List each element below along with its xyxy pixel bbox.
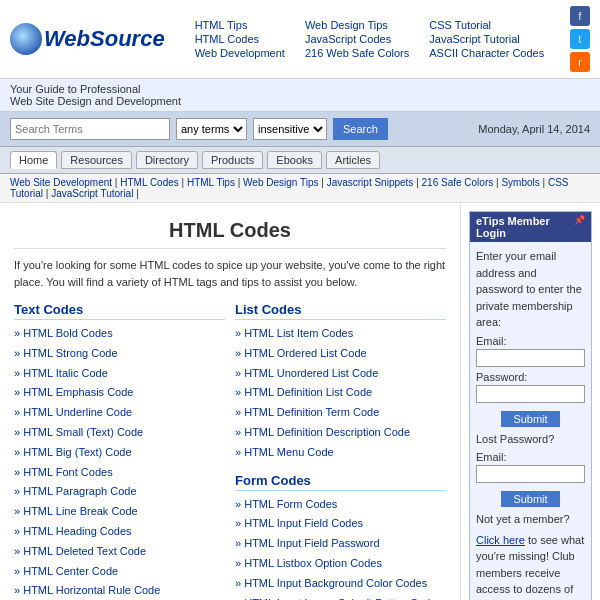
html-form-link[interactable]: HTML Form Codes xyxy=(244,498,337,510)
nav-216-colors[interactable]: 216 Web Safe Colors xyxy=(305,47,409,59)
search-bar: any terms insensitive Search Monday, Apr… xyxy=(0,112,600,147)
list-item: HTML Unordered List Code xyxy=(235,364,446,384)
html-listitem-link[interactable]: HTML List Item Codes xyxy=(244,327,353,339)
html-paragraph-link[interactable]: HTML Paragraph Code xyxy=(23,485,136,497)
nav-web-dev[interactable]: Web Development xyxy=(195,47,285,59)
html-defterm-link[interactable]: HTML Definition Term Code xyxy=(244,406,379,418)
html-emphasis-link[interactable]: HTML Emphasis Code xyxy=(23,386,133,398)
login-widget-title: eTips Member Login xyxy=(476,215,574,239)
html-defdesc-link[interactable]: HTML Definition Description Code xyxy=(244,426,410,438)
pin-icon: 📌 xyxy=(574,215,585,239)
list-item: HTML Definition List Code xyxy=(235,383,446,403)
form-codes-heading: Form Codes xyxy=(235,473,446,491)
tab-articles[interactable]: Articles xyxy=(326,151,380,169)
email-input[interactable] xyxy=(476,349,585,367)
nav-html-codes[interactable]: HTML Codes xyxy=(195,33,285,45)
code-sections-grid: Text Codes HTML Bold Codes HTML Strong C… xyxy=(14,302,446,600)
click-here-text: Click here to see what you're missing! C… xyxy=(476,532,585,601)
html-strong-link[interactable]: HTML Strong Code xyxy=(23,347,117,359)
social-icons-area: f t r xyxy=(570,6,590,72)
html-deleted-link[interactable]: HTML Deleted Text Code xyxy=(23,545,146,557)
list-item: HTML Heading Codes xyxy=(14,522,225,542)
list-item: HTML Font Codes xyxy=(14,463,225,483)
list-codes-section: List Codes HTML List Item Codes HTML Ord… xyxy=(235,302,446,600)
list-item: HTML Horizontal Rule Code xyxy=(14,581,225,600)
content-area: HTML Codes If you're looking for some HT… xyxy=(0,203,460,600)
lost-submit-button[interactable]: Submit xyxy=(501,491,559,507)
html-big-link[interactable]: HTML Big (Text) Code xyxy=(23,446,131,458)
any-terms-select[interactable]: any terms xyxy=(176,118,247,140)
bc-html-tips[interactable]: HTML Tips xyxy=(187,177,235,188)
bc-html-codes[interactable]: HTML Codes xyxy=(120,177,179,188)
rss-icon[interactable]: r xyxy=(570,52,590,72)
html-menu-link[interactable]: HTML Menu Code xyxy=(244,446,333,458)
nav-js-tutorial[interactable]: JavaScript Tutorial xyxy=(429,33,544,45)
bc-js-snippets[interactable]: Javascript Snippets xyxy=(327,177,414,188)
nav-html-tips[interactable]: HTML Tips xyxy=(195,19,285,31)
html-heading-link[interactable]: HTML Heading Codes xyxy=(23,525,131,537)
password-input[interactable] xyxy=(476,385,585,403)
html-linebreak-link[interactable]: HTML Line Break Code xyxy=(23,505,138,517)
login-widget-header: eTips Member Login 📌 xyxy=(470,212,591,242)
html-unordered-link[interactable]: HTML Unordered List Code xyxy=(244,367,378,379)
nav-ascii[interactable]: ASCII Character Codes xyxy=(429,47,544,59)
html-password-link[interactable]: HTML Input Field Password xyxy=(244,537,379,549)
logo-globe-icon xyxy=(10,23,42,55)
search-button[interactable]: Search xyxy=(333,118,388,140)
tagline-text: Your Guide to Professional xyxy=(10,83,140,95)
html-deflist-link[interactable]: HTML Definition List Code xyxy=(244,386,372,398)
click-here-link[interactable]: Click here xyxy=(476,534,525,546)
html-input-link[interactable]: HTML Input Field Codes xyxy=(244,517,363,529)
html-submit-link[interactable]: HTML Input Image Submit Button Codes xyxy=(244,597,442,600)
list-codes-heading: List Codes xyxy=(235,302,446,320)
search-input[interactable] xyxy=(10,118,170,140)
list-item: HTML Paragraph Code xyxy=(14,482,225,502)
list-item: HTML Menu Code xyxy=(235,443,446,463)
list-item: HTML Form Codes xyxy=(235,495,446,515)
list-item: HTML List Item Codes xyxy=(235,324,446,344)
list-codes-list: HTML List Item Codes HTML Ordered List C… xyxy=(235,324,446,463)
bc-symbols[interactable]: Symbols xyxy=(501,177,539,188)
html-ordered-link[interactable]: HTML Ordered List Code xyxy=(244,347,366,359)
lost-password-text: Lost Password? xyxy=(476,431,585,448)
facebook-icon[interactable]: f xyxy=(570,6,590,26)
html-small-link[interactable]: HTML Small (Text) Code xyxy=(23,426,143,438)
html-bgcolor-link[interactable]: HTML Input Background Color Codes xyxy=(244,577,427,589)
tab-resources[interactable]: Resources xyxy=(61,151,132,169)
tab-products[interactable]: Products xyxy=(202,151,263,169)
html-italic-link[interactable]: HTML Italic Code xyxy=(23,367,108,379)
list-item: HTML Input Background Color Codes xyxy=(235,574,446,594)
html-font-link[interactable]: HTML Font Codes xyxy=(23,466,112,478)
html-center-link[interactable]: HTML Center Code xyxy=(23,565,118,577)
text-codes-list: HTML Bold Codes HTML Strong Code HTML It… xyxy=(14,324,225,600)
tab-directory[interactable]: Directory xyxy=(136,151,198,169)
list-item: HTML Deleted Text Code xyxy=(14,542,225,562)
html-bold-link[interactable]: HTML Bold Codes xyxy=(23,327,112,339)
list-item: HTML Input Field Codes xyxy=(235,514,446,534)
html-listbox-link[interactable]: HTML Listbox Option Codes xyxy=(244,557,382,569)
insensitive-select[interactable]: insensitive xyxy=(253,118,327,140)
tab-home[interactable]: Home xyxy=(10,151,57,169)
site-logo[interactable]: WebSource xyxy=(44,26,165,52)
login-widget: eTips Member Login 📌 Enter your email ad… xyxy=(469,211,592,600)
bc-js-tutorial[interactable]: JavaScript Tutorial xyxy=(51,188,133,199)
bc-web-design-tips[interactable]: Web Design Tips xyxy=(243,177,318,188)
tab-ebooks[interactable]: Ebooks xyxy=(267,151,322,169)
twitter-icon[interactable]: t xyxy=(570,29,590,49)
email-label: Email: xyxy=(476,335,585,347)
html-hr-link[interactable]: HTML Horizontal Rule Code xyxy=(23,584,160,596)
lost-email-input[interactable] xyxy=(476,465,585,483)
sidebar: eTips Member Login 📌 Enter your email ad… xyxy=(460,203,600,600)
html-underline-link[interactable]: HTML Underline Code xyxy=(23,406,132,418)
nav-css-tutorial[interactable]: CSS Tutorial xyxy=(429,19,544,31)
list-item: HTML Underline Code xyxy=(14,403,225,423)
nav-web-design-tips[interactable]: Web Design Tips xyxy=(305,19,409,31)
bc-216-colors[interactable]: 216 Safe Colors xyxy=(422,177,494,188)
nav-js-codes[interactable]: JavaScript Codes xyxy=(305,33,409,45)
list-item: HTML Input Image Submit Button Codes xyxy=(235,594,446,600)
bc-web-site-dev[interactable]: Web Site Development xyxy=(10,177,112,188)
login-submit-button[interactable]: Submit xyxy=(501,411,559,427)
list-item: HTML Bold Codes xyxy=(14,324,225,344)
list-item: HTML Italic Code xyxy=(14,364,225,384)
not-member-text: Not yet a member? xyxy=(476,511,585,528)
